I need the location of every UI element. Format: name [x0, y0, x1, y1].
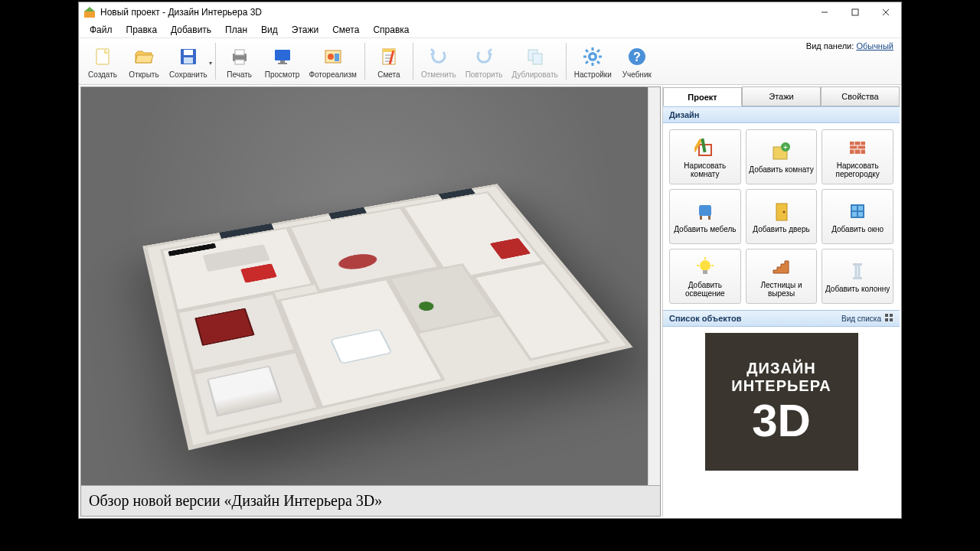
toolbar: Создать Открыть Сохранить Печать: [79, 37, 901, 85]
svg-rect-55: [708, 216, 710, 220]
floorplan-render: [81, 87, 660, 516]
svg-rect-74: [890, 318, 893, 321]
tutorial-button[interactable]: ? Учебник: [618, 43, 656, 80]
svg-rect-14: [275, 50, 290, 60]
svg-rect-9: [184, 50, 193, 55]
menubar: Файл Правка Добавить План Вид Этажи Смет…: [79, 22, 901, 37]
undo-button[interactable]: Отменить: [418, 43, 459, 80]
add-lighting-button[interactable]: Добавить освещение: [669, 249, 741, 304]
print-button[interactable]: Печать: [220, 43, 259, 80]
svg-rect-68: [853, 277, 862, 279]
svg-marker-1: [84, 7, 95, 11]
svg-line-36: [597, 50, 599, 52]
svg-rect-6: [96, 49, 109, 64]
photoreal-button[interactable]: Фотореализм: [305, 43, 360, 80]
section-objects-header: Список объектов Вид списка: [663, 310, 900, 327]
menu-help[interactable]: Справка: [367, 23, 415, 37]
svg-rect-72: [890, 314, 893, 317]
minimize-button[interactable]: [809, 2, 840, 22]
bulb-icon: [694, 256, 717, 279]
panel-type: Вид панели: Обычный: [806, 41, 893, 51]
grid-view-icon: [884, 313, 893, 324]
redo-button[interactable]: Повторить: [462, 43, 506, 80]
svg-rect-27: [533, 54, 542, 64]
add-furniture-button[interactable]: Добавить мебель: [669, 189, 741, 244]
tab-floors[interactable]: Этажи: [742, 86, 821, 106]
add-room-button[interactable]: + Добавить комнату: [746, 129, 818, 184]
svg-rect-66: [853, 263, 862, 266]
save-button[interactable]: Сохранить: [166, 43, 211, 80]
svg-text:+: +: [784, 143, 789, 152]
add-column-button[interactable]: Добавить колонну: [822, 249, 893, 304]
window-title: Новый проект - Дизайн Интерьера 3D: [100, 7, 809, 18]
svg-point-57: [783, 211, 786, 214]
folder-open-icon: [132, 44, 156, 69]
menu-file[interactable]: Файл: [83, 23, 119, 37]
svg-point-61: [700, 260, 710, 271]
stairs-icon: [769, 256, 792, 279]
menu-estimate[interactable]: Смета: [326, 23, 365, 37]
settings-button[interactable]: Настройки: [571, 43, 615, 80]
video-caption: Обзор новой версии «Дизайн Интерьера 3D»: [81, 485, 660, 516]
duplicate-icon: [523, 44, 547, 69]
render-icon: [321, 44, 345, 69]
stairs-button[interactable]: Лестницы и вырезы: [746, 249, 818, 304]
svg-line-35: [597, 61, 599, 64]
objects-list: ДИЗАЙН ИНТЕРЬЕРА 3D: [663, 327, 900, 517]
preview-button[interactable]: Просмотр: [262, 43, 303, 80]
chair-icon: [694, 200, 717, 223]
door-icon: [769, 200, 792, 223]
maximize-button[interactable]: [840, 2, 871, 22]
brick-wall-icon: [846, 136, 869, 159]
svg-rect-15: [280, 60, 285, 63]
svg-point-29: [591, 54, 595, 58]
svg-rect-54: [700, 216, 702, 220]
svg-rect-67: [854, 266, 861, 277]
draw-wall-button[interactable]: Нарисовать перегородку: [822, 129, 893, 184]
svg-rect-10: [184, 57, 193, 64]
workspace: Обзор новой версии «Дизайн Интерьера 3D»…: [79, 85, 901, 518]
titlebar[interactable]: Новый проект - Дизайн Интерьера 3D: [79, 2, 901, 22]
duplicate-button[interactable]: Дублировать: [508, 43, 560, 80]
tab-properties[interactable]: Свойства: [821, 86, 900, 106]
menu-plan[interactable]: План: [219, 23, 253, 37]
product-logo: ДИЗАЙН ИНТЕРЬЕРА 3D: [705, 333, 858, 471]
svg-line-37: [586, 61, 588, 64]
menu-edit[interactable]: Правка: [120, 23, 164, 37]
viewport-scrollbar[interactable]: [648, 87, 660, 516]
undo-icon: [426, 44, 451, 69]
draw-room-button[interactable]: Нарисовать комнату: [669, 129, 741, 184]
menu-view[interactable]: Вид: [255, 23, 284, 37]
add-door-button[interactable]: Добавить дверь: [746, 189, 818, 244]
svg-rect-19: [335, 54, 339, 61]
tab-project[interactable]: Проект: [663, 87, 742, 106]
svg-rect-13: [235, 60, 244, 64]
svg-rect-62: [703, 270, 707, 274]
window-icon: [846, 200, 869, 223]
open-button[interactable]: Открыть: [125, 43, 163, 80]
printer-icon: [227, 44, 252, 69]
svg-rect-73: [885, 318, 888, 321]
svg-rect-56: [776, 204, 787, 220]
panel-type-link[interactable]: Обычный: [856, 41, 893, 51]
viewport-3d[interactable]: Обзор новой версии «Дизайн Интерьера 3D»: [80, 86, 661, 517]
svg-rect-0: [84, 11, 95, 18]
add-window-button[interactable]: Добавить окно: [822, 189, 893, 244]
estimate-button[interactable]: Смета: [370, 43, 408, 80]
create-button[interactable]: Создать: [83, 43, 122, 80]
add-room-icon: +: [769, 140, 792, 163]
section-design-header: Дизайн: [663, 106, 900, 123]
notepad-icon: [377, 44, 401, 69]
list-view-mode[interactable]: Вид списка: [841, 313, 893, 324]
svg-rect-12: [235, 50, 244, 55]
svg-rect-16: [278, 63, 287, 64]
save-icon: [176, 44, 201, 69]
gear-icon: [580, 44, 605, 69]
new-file-icon: [90, 44, 115, 69]
svg-rect-3: [852, 9, 858, 15]
side-panel: Проект Этажи Свойства Дизайн Нарисовать …: [662, 86, 900, 517]
menu-floors[interactable]: Этажи: [286, 23, 325, 37]
close-button[interactable]: [871, 2, 901, 22]
menu-add[interactable]: Добавить: [165, 23, 217, 37]
redo-icon: [472, 44, 496, 69]
